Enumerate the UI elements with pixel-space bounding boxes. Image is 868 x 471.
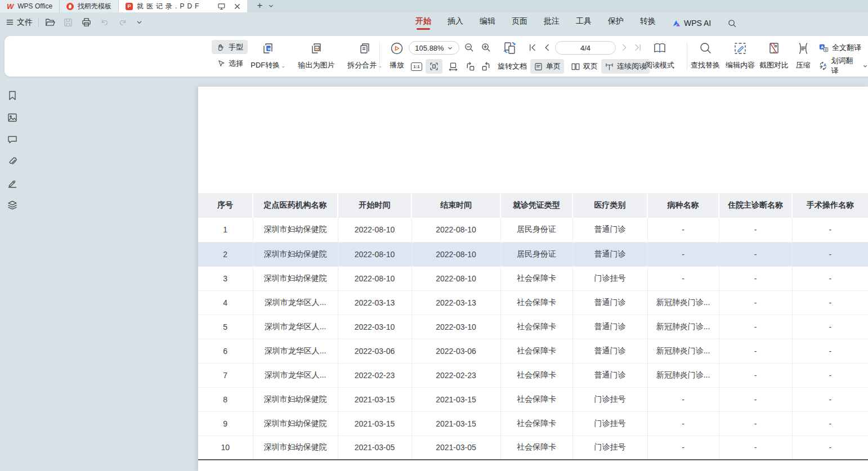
play-label: 播放 — [390, 60, 404, 70]
play-icon — [390, 41, 404, 56]
full-translate-button[interactable]: A 全文翻译 — [818, 41, 868, 55]
edit-content-label: 编辑内容 — [726, 60, 755, 70]
table-cell: - — [792, 387, 868, 411]
read-mode-label: 阅读模式 — [645, 60, 674, 70]
bookmarks-icon[interactable] — [7, 90, 18, 101]
menu-comment[interactable]: 批注 — [544, 16, 560, 30]
menu-convert[interactable]: 转换 — [640, 16, 656, 30]
tab-medical-record-pdf[interactable]: P 就医记录.PDF — [119, 0, 247, 12]
layers-icon[interactable] — [7, 200, 18, 211]
print-icon[interactable] — [81, 17, 92, 28]
table-cell: 门诊挂号 — [572, 266, 647, 290]
single-page-button[interactable]: 单页 — [530, 59, 564, 74]
hand-tool-button[interactable]: 手型 — [212, 40, 248, 54]
search-icon — [698, 41, 713, 56]
table-cell: - — [792, 290, 868, 315]
menu-page[interactable]: 页面 — [512, 16, 527, 30]
export-as-image-button[interactable]: 输出为图片 — [290, 39, 342, 73]
table-cell: - — [792, 436, 868, 460]
split-merge-label: 拆分合并 — [347, 61, 377, 69]
prev-page-icon[interactable] — [543, 43, 551, 52]
table-cell: 2022-03-06 — [338, 339, 411, 363]
fit-page-icon — [448, 61, 458, 71]
page-number-input[interactable]: 4/4 — [555, 41, 616, 55]
close-tab-icon[interactable] — [231, 1, 243, 12]
file-group: 文件 — [6, 17, 143, 28]
signature-icon[interactable] — [7, 178, 18, 189]
first-page-icon[interactable] — [528, 43, 536, 52]
read-mode-button[interactable]: 阅读模式 — [642, 39, 678, 73]
tab-wps-office[interactable]: W WPS Office — [0, 0, 60, 12]
table-cell: - — [792, 339, 868, 363]
table-cell: - — [719, 411, 792, 436]
replace-pages-icon[interactable] — [502, 39, 518, 55]
new-tab-button[interactable]: + — [254, 0, 265, 11]
file-menu-button[interactable]: 文件 — [6, 17, 33, 28]
pdf-convert-button[interactable]: W PDF转换⌄ — [243, 39, 293, 73]
tab-label: 找稻壳模板 — [78, 2, 111, 11]
menu-protect[interactable]: 保护 — [608, 16, 624, 30]
word-translate-button[interactable]: A 划词翻译 — [818, 59, 868, 73]
screenshot-compare-button[interactable]: 截图对比 — [757, 39, 791, 73]
table-cell: - — [647, 387, 719, 411]
table-cell: 社会保障卡 — [500, 315, 572, 339]
menu-search-icon[interactable] — [727, 19, 737, 28]
comments-icon[interactable] — [7, 134, 18, 145]
single-page-icon — [534, 62, 543, 71]
screenshot-compare-icon — [767, 41, 781, 56]
fit-width-button[interactable] — [426, 59, 442, 74]
table-row: 7深圳市龙华区人...2022-02-232022-02-23社会保障卡普通门诊… — [198, 363, 868, 387]
translate-group: A 全文翻译 A 划词翻译 — [818, 41, 868, 73]
menu-insert[interactable]: 插入 — [448, 16, 463, 30]
table-cell: 2022-08-10 — [411, 242, 500, 266]
more-actions-chevron-icon[interactable] — [136, 19, 143, 26]
table-cell: 2022-03-13 — [411, 290, 500, 315]
wps-ai-button[interactable]: WPS AI — [672, 19, 711, 28]
menu-tools[interactable]: 工具 — [576, 16, 592, 30]
last-page-icon[interactable] — [634, 43, 642, 52]
attachments-icon[interactable] — [7, 156, 18, 167]
table-cell: 普通门诊 — [572, 339, 647, 363]
tab-list-chevron-icon[interactable] — [265, 0, 276, 11]
actual-size-button[interactable]: 1:1 — [408, 59, 426, 74]
continuous-read-icon — [605, 62, 614, 71]
zoom-level-select[interactable]: 105.88% — [409, 41, 459, 55]
pdf-convert-label: PDF转换 — [250, 61, 280, 69]
next-page-icon[interactable] — [620, 43, 629, 52]
split-merge-button[interactable]: 拆分合并⌄ — [341, 39, 388, 73]
table-cell: - — [647, 411, 719, 436]
document-page: 序号定点医药机构名称开始时间结束时间就诊凭证类型医疗类别病种名称住院主诊断名称手… — [198, 87, 868, 471]
play-button[interactable]: 播放 — [384, 39, 410, 73]
table-cell: 2021-03-05 — [338, 436, 411, 460]
table-cell: 1 — [198, 218, 253, 242]
compress-button[interactable]: 压缩 — [791, 39, 815, 73]
tab-docer-templates[interactable]: 找稻壳模板 — [60, 0, 119, 12]
menu-edit[interactable]: 编辑 — [480, 16, 495, 30]
tab-label: WPS Office — [17, 2, 52, 10]
open-file-icon[interactable] — [44, 17, 55, 28]
redo-icon[interactable] — [118, 17, 128, 28]
select-tool-button[interactable]: 选择 — [212, 56, 248, 70]
table-row: 1深圳市妇幼保健院2022-08-102022-08-10居民身份证普通门诊--… — [198, 218, 868, 242]
table-cell: - — [719, 242, 792, 266]
rotate-document-button[interactable]: 旋转文档 — [494, 59, 530, 74]
thumbnails-icon[interactable] — [7, 112, 18, 123]
table-cell: 普通门诊 — [572, 290, 647, 315]
export-image-label: 输出为图片 — [298, 60, 335, 70]
edit-content-button[interactable]: 编辑内容 — [723, 39, 758, 73]
enter-desktop-icon[interactable] — [216, 1, 227, 12]
rotate-left-icon[interactable] — [462, 59, 479, 74]
table-row: 8深圳市妇幼保健院2021-03-152021-03-15社会保障卡门诊挂号--… — [198, 387, 868, 411]
rotate-right-icon[interactable] — [477, 59, 495, 74]
menu-home[interactable]: 开始 — [415, 16, 431, 30]
find-replace-button[interactable]: 查找替换 — [688, 39, 723, 73]
zoom-out-icon[interactable] — [464, 42, 475, 53]
wps-ai-label: WPS AI — [684, 19, 711, 28]
fit-page-button[interactable] — [445, 59, 462, 74]
save-icon[interactable] — [63, 17, 73, 28]
table-cell: - — [719, 218, 792, 242]
double-page-label: 双页 — [583, 61, 598, 71]
undo-icon[interactable] — [100, 17, 110, 28]
zoom-in-icon[interactable] — [481, 42, 491, 53]
table-cell: - — [792, 363, 868, 387]
